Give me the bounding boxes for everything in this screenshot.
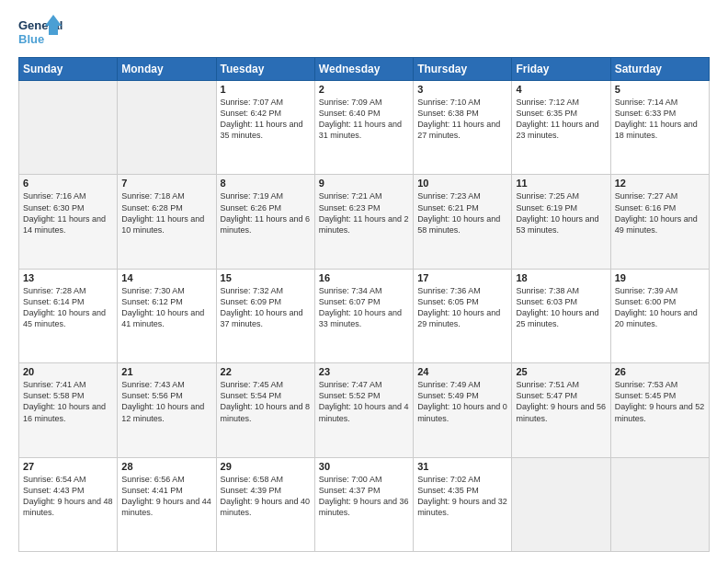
cell-info: Sunrise: 7:23 AM Sunset: 6:21 PM Dayligh… [417,190,507,236]
calendar-cell: 16Sunrise: 7:34 AM Sunset: 6:07 PM Dayli… [314,269,413,362]
day-header-sunday: Sunday [19,58,118,81]
day-number: 18 [516,272,606,283]
calendar-cell: 25Sunrise: 7:51 AM Sunset: 5:47 PM Dayli… [512,363,610,457]
day-number: 31 [417,461,507,472]
calendar-cell: 29Sunrise: 6:58 AM Sunset: 4:39 PM Dayli… [216,457,314,551]
cell-info: Sunrise: 7:30 AM Sunset: 6:12 PM Dayligh… [121,285,211,330]
cell-info: Sunrise: 7:02 AM Sunset: 4:35 PM Dayligh… [417,474,507,519]
day-number: 6 [23,178,113,189]
calendar-cell: 18Sunrise: 7:38 AM Sunset: 6:03 PM Dayli… [512,269,610,362]
cell-info: Sunrise: 7:10 AM Sunset: 6:38 PM Dayligh… [417,97,507,142]
day-number: 28 [121,461,211,472]
cell-info: Sunrise: 7:28 AM Sunset: 6:14 PM Dayligh… [23,285,113,330]
calendar-cell: 4Sunrise: 7:12 AM Sunset: 6:35 PM Daylig… [512,81,610,175]
calendar-cell: 3Sunrise: 7:10 AM Sunset: 6:38 PM Daylig… [414,81,512,175]
header: General Blue [18,15,710,50]
cell-info: Sunrise: 7:36 AM Sunset: 6:05 PM Dayligh… [417,285,507,330]
cell-info: Sunrise: 7:53 AM Sunset: 5:45 PM Dayligh… [615,379,705,424]
calendar-cell: 5Sunrise: 7:14 AM Sunset: 6:33 PM Daylig… [610,81,709,175]
day-number: 19 [615,272,705,283]
day-number: 24 [417,366,507,377]
day-number: 12 [615,178,705,189]
cell-info: Sunrise: 7:25 AM Sunset: 6:19 PM Dayligh… [516,190,606,236]
calendar-cell: 22Sunrise: 7:45 AM Sunset: 5:54 PM Dayli… [216,363,314,457]
calendar-cell: 27Sunrise: 6:54 AM Sunset: 4:43 PM Dayli… [19,457,118,551]
cell-info: Sunrise: 7:49 AM Sunset: 5:49 PM Dayligh… [417,379,507,424]
calendar-header-row: SundayMondayTuesdayWednesdayThursdayFrid… [19,58,710,81]
calendar-cell: 12Sunrise: 7:27 AM Sunset: 6:16 PM Dayli… [610,175,709,269]
day-number: 3 [417,84,507,95]
day-header-monday: Monday [118,58,216,81]
cell-info: Sunrise: 7:34 AM Sunset: 6:07 PM Dayligh… [319,285,409,330]
cell-info: Sunrise: 6:54 AM Sunset: 4:43 PM Dayligh… [23,474,113,519]
day-number: 5 [615,84,705,95]
day-number: 23 [319,366,409,377]
day-number: 27 [23,461,113,472]
calendar-cell: 13Sunrise: 7:28 AM Sunset: 6:14 PM Dayli… [19,269,118,362]
cell-info: Sunrise: 7:21 AM Sunset: 6:23 PM Dayligh… [319,190,409,236]
cell-info: Sunrise: 7:16 AM Sunset: 6:30 PM Dayligh… [23,190,113,236]
cell-info: Sunrise: 7:19 AM Sunset: 6:26 PM Dayligh… [221,190,311,236]
calendar-week-0: 1Sunrise: 7:07 AM Sunset: 6:42 PM Daylig… [19,81,710,175]
day-number: 15 [221,272,311,283]
day-number: 30 [319,461,409,472]
day-number: 13 [23,272,113,283]
calendar-cell: 8Sunrise: 7:19 AM Sunset: 6:26 PM Daylig… [216,175,314,269]
cell-info: Sunrise: 7:09 AM Sunset: 6:40 PM Dayligh… [319,97,409,142]
day-header-wednesday: Wednesday [314,58,413,81]
calendar-cell: 31Sunrise: 7:02 AM Sunset: 4:35 PM Dayli… [414,457,512,551]
day-number: 17 [417,272,507,283]
day-number: 9 [319,178,409,189]
calendar-cell: 30Sunrise: 7:00 AM Sunset: 4:37 PM Dayli… [314,457,413,551]
day-header-friday: Friday [512,58,610,81]
cell-info: Sunrise: 7:00 AM Sunset: 4:37 PM Dayligh… [319,474,409,519]
calendar-week-1: 6Sunrise: 7:16 AM Sunset: 6:30 PM Daylig… [19,175,710,269]
calendar-cell [19,81,118,175]
calendar-cell: 15Sunrise: 7:32 AM Sunset: 6:09 PM Dayli… [216,269,314,362]
calendar-cell: 21Sunrise: 7:43 AM Sunset: 5:56 PM Dayli… [118,363,216,457]
calendar-cell: 7Sunrise: 7:18 AM Sunset: 6:28 PM Daylig… [118,175,216,269]
calendar-cell: 17Sunrise: 7:36 AM Sunset: 6:05 PM Dayli… [414,269,512,362]
cell-info: Sunrise: 7:07 AM Sunset: 6:42 PM Dayligh… [221,97,311,142]
logo-svg: General Blue [18,15,63,50]
day-number: 1 [221,84,311,95]
day-number: 22 [221,366,311,377]
day-header-thursday: Thursday [414,58,512,81]
calendar-cell [610,457,709,551]
calendar-cell: 23Sunrise: 7:47 AM Sunset: 5:52 PM Dayli… [314,363,413,457]
svg-text:Blue: Blue [18,32,44,46]
calendar-cell: 28Sunrise: 6:56 AM Sunset: 4:41 PM Dayli… [118,457,216,551]
day-number: 29 [221,461,311,472]
cell-info: Sunrise: 7:41 AM Sunset: 5:58 PM Dayligh… [23,379,113,424]
calendar-cell: 20Sunrise: 7:41 AM Sunset: 5:58 PM Dayli… [19,363,118,457]
calendar-cell: 11Sunrise: 7:25 AM Sunset: 6:19 PM Dayli… [512,175,610,269]
calendar-cell: 2Sunrise: 7:09 AM Sunset: 6:40 PM Daylig… [314,81,413,175]
cell-info: Sunrise: 7:39 AM Sunset: 6:00 PM Dayligh… [615,285,705,330]
calendar-cell: 14Sunrise: 7:30 AM Sunset: 6:12 PM Dayli… [118,269,216,362]
calendar-cell: 24Sunrise: 7:49 AM Sunset: 5:49 PM Dayli… [414,363,512,457]
day-number: 4 [516,84,606,95]
calendar-week-4: 27Sunrise: 6:54 AM Sunset: 4:43 PM Dayli… [19,457,710,551]
calendar-cell: 10Sunrise: 7:23 AM Sunset: 6:21 PM Dayli… [414,175,512,269]
page: General Blue SundayMondayTuesdayWednesda… [0,0,728,563]
day-number: 21 [121,366,211,377]
calendar-table: SundayMondayTuesdayWednesdayThursdayFrid… [18,57,710,552]
calendar-cell: 9Sunrise: 7:21 AM Sunset: 6:23 PM Daylig… [314,175,413,269]
day-number: 26 [615,366,705,377]
cell-info: Sunrise: 7:47 AM Sunset: 5:52 PM Dayligh… [319,379,409,424]
cell-info: Sunrise: 7:32 AM Sunset: 6:09 PM Dayligh… [221,285,311,330]
day-header-saturday: Saturday [610,58,709,81]
day-number: 25 [516,366,606,377]
calendar-cell: 1Sunrise: 7:07 AM Sunset: 6:42 PM Daylig… [216,81,314,175]
cell-info: Sunrise: 6:56 AM Sunset: 4:41 PM Dayligh… [121,474,211,519]
logo: General Blue [18,15,63,50]
day-number: 11 [516,178,606,189]
day-number: 7 [121,178,211,189]
cell-info: Sunrise: 7:45 AM Sunset: 5:54 PM Dayligh… [221,379,311,424]
calendar-cell: 26Sunrise: 7:53 AM Sunset: 5:45 PM Dayli… [610,363,709,457]
calendar-cell [118,81,216,175]
cell-info: Sunrise: 7:27 AM Sunset: 6:16 PM Dayligh… [615,190,705,236]
cell-info: Sunrise: 7:43 AM Sunset: 5:56 PM Dayligh… [121,379,211,424]
day-header-tuesday: Tuesday [216,58,314,81]
calendar-cell: 6Sunrise: 7:16 AM Sunset: 6:30 PM Daylig… [19,175,118,269]
